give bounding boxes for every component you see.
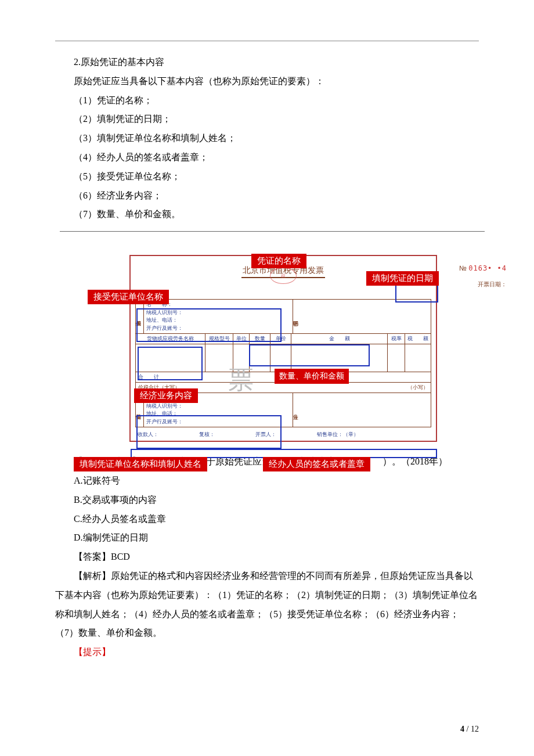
- section-item-3: （3）填制凭证单位名称和填制人姓名；: [55, 129, 479, 148]
- tag-receiver-unit: 接受凭证单位名称: [88, 290, 169, 304]
- page-total: 12: [471, 725, 479, 733]
- option-a: A.记账符号: [55, 471, 479, 491]
- invoice-date-label: 开票日期：: [478, 280, 507, 289]
- th-amount: 金 额: [291, 334, 388, 344]
- th-rate: 税率: [388, 334, 405, 344]
- hint-label: 【提示】: [55, 643, 479, 662]
- stamp-icon: 税: [270, 268, 297, 284]
- bluebox-buyer-info: [136, 308, 282, 342]
- header-rule: [55, 41, 479, 41]
- tag-fill-date: 填制凭证的日期: [366, 271, 439, 286]
- bluebox-seller-info: [136, 415, 282, 449]
- bluebox-goods-name: [138, 347, 203, 380]
- answer-label: 【答案】BCD: [55, 548, 479, 567]
- document-page: 2.原始凭证的基本内容 原始凭证应当具备以下基本内容（也称为原始凭证的要素）： …: [0, 0, 534, 756]
- tag-business-content: 经济业务内容: [134, 388, 198, 403]
- invoice-note-side-label: 备注: [293, 393, 301, 427]
- section-item-2: （2）填制凭证的日期；: [55, 110, 479, 129]
- section-item-6: （6）经济业务内容；: [55, 186, 479, 206]
- invoice-diagram: 凭证的名称 填制凭证的日期 接受凭证单位名称 数量、单价和金额 经济业务内容 填…: [60, 231, 485, 442]
- page-number: 4 / 12: [460, 725, 479, 734]
- tag-filler-name: 填制凭证单位名称和填制人姓名: [74, 457, 207, 471]
- section-intro: 原始凭证应当具备以下基本内容（也称为原始凭证的要素）：: [55, 72, 479, 91]
- explanation: 【解析】原始凭证的格式和内容因经济业务和经营管理的不同而有所差异，但原始凭证应当…: [55, 567, 479, 643]
- tag-qty-price-amount: 数量、单价和金额: [275, 369, 349, 384]
- invoice-number-value: 0163• •4: [468, 264, 507, 272]
- bluebox-invoice-no: [395, 284, 438, 303]
- option-d: D.编制凭证的日期: [55, 528, 479, 548]
- tag-handler-sign: 经办人员的签名或者盖章: [263, 457, 370, 471]
- page-sep: /: [464, 725, 471, 733]
- foot-seller: 销售单位：（章）: [317, 431, 359, 438]
- section-heading: 2.原始凭证的基本内容: [55, 53, 479, 72]
- tag-voucher-title: 凭证的名称: [251, 254, 306, 268]
- example-question: 【例题·多选题】下列各项中，属于原始凭证应当具备的基本内容的有（ ）。（2018…: [55, 452, 479, 662]
- option-c: C.经办人员签名或盖章: [55, 510, 479, 529]
- section-item-5: （5）接受凭证单位名称；: [55, 167, 479, 186]
- bluebox-amounts: [249, 344, 370, 366]
- invoice-number-label: №: [459, 264, 467, 272]
- invoice-code-side-label: 密码区: [293, 300, 301, 333]
- section-item-7: （7）数量、单价和金额。: [55, 205, 479, 224]
- th-tax: 税 额: [405, 334, 431, 344]
- invoice-diagram-inner: 凭证的名称 填制凭证的日期 接受凭证单位名称 数量、单价和金额 经济业务内容 填…: [71, 255, 489, 442]
- invoice-sum-label-right: （小写）: [407, 384, 428, 391]
- option-b: B.交易或事项的内容: [55, 491, 479, 510]
- field-taxid-2: 纳税人识别号：: [146, 402, 290, 411]
- section-item-4: （4）经办人员的签名或者盖章；: [55, 148, 479, 167]
- invoice-number: № 0163• •4: [459, 264, 507, 272]
- section-item-1: （1）凭证的名称；: [55, 91, 479, 110]
